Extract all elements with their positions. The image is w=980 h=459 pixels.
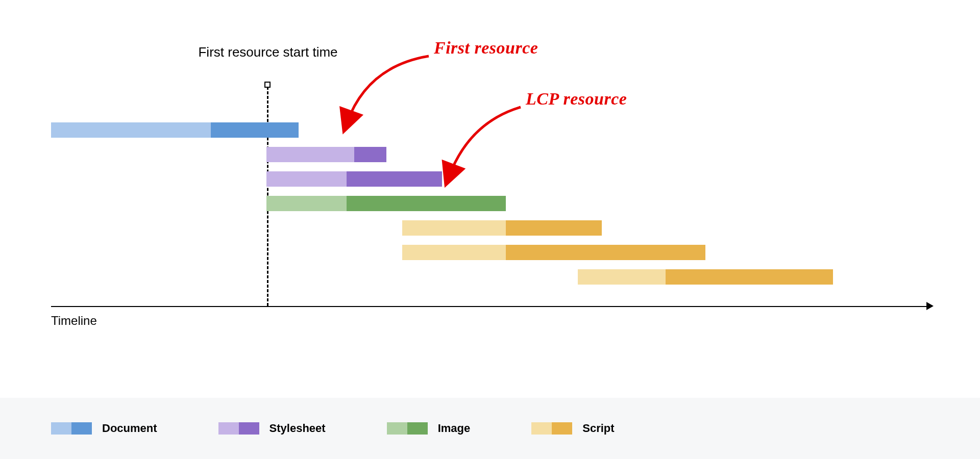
waterfall-chart: First resource start time First resource… bbox=[51, 36, 929, 352]
arrow-lcp-resource bbox=[439, 102, 541, 189]
bar-segment-downloading bbox=[506, 220, 602, 236]
bar-segment-downloading bbox=[506, 245, 705, 260]
legend-swatch bbox=[531, 422, 572, 435]
bar-segment-downloading bbox=[354, 147, 386, 162]
bar-segment-waiting bbox=[266, 171, 346, 187]
resource-bar bbox=[266, 196, 506, 211]
bar-segment-downloading bbox=[347, 171, 443, 187]
bar-segment-waiting bbox=[266, 147, 354, 162]
legend-swatch bbox=[51, 422, 92, 435]
timeline-axis bbox=[51, 306, 929, 307]
bar-segment-waiting bbox=[266, 196, 346, 211]
legend-item: Script bbox=[531, 422, 614, 435]
legend-label: Stylesheet bbox=[270, 422, 326, 435]
legend-label: Image bbox=[438, 422, 471, 435]
resource-bar bbox=[402, 220, 602, 236]
legend-swatch bbox=[218, 422, 259, 435]
legend-swatch bbox=[387, 422, 428, 435]
resource-bar bbox=[266, 147, 386, 162]
legend-label: Script bbox=[582, 422, 614, 435]
bar-segment-waiting bbox=[578, 269, 666, 285]
bar-segment-waiting bbox=[51, 122, 211, 138]
resource-bar bbox=[578, 269, 833, 285]
bar-segment-downloading bbox=[211, 122, 299, 138]
bar-segment-waiting bbox=[402, 220, 506, 236]
annotation-first-resource: First resource bbox=[434, 38, 538, 58]
bar-segment-waiting bbox=[402, 245, 506, 260]
legend: DocumentStylesheetImageScript bbox=[0, 398, 980, 459]
legend-label: Document bbox=[102, 422, 157, 435]
resource-bar bbox=[402, 245, 705, 260]
timeline-axis-arrowhead bbox=[926, 302, 934, 310]
legend-item: Stylesheet bbox=[218, 422, 326, 435]
resource-bar bbox=[266, 171, 442, 187]
bar-segment-downloading bbox=[347, 196, 506, 211]
bar-segment-downloading bbox=[666, 269, 833, 285]
timeline-axis-label: Timeline bbox=[51, 314, 97, 328]
marker-label: First resource start time bbox=[184, 43, 352, 61]
resource-bar bbox=[51, 122, 299, 138]
legend-item: Document bbox=[51, 422, 157, 435]
legend-item: Image bbox=[387, 422, 471, 435]
arrow-first-resource bbox=[337, 51, 449, 138]
